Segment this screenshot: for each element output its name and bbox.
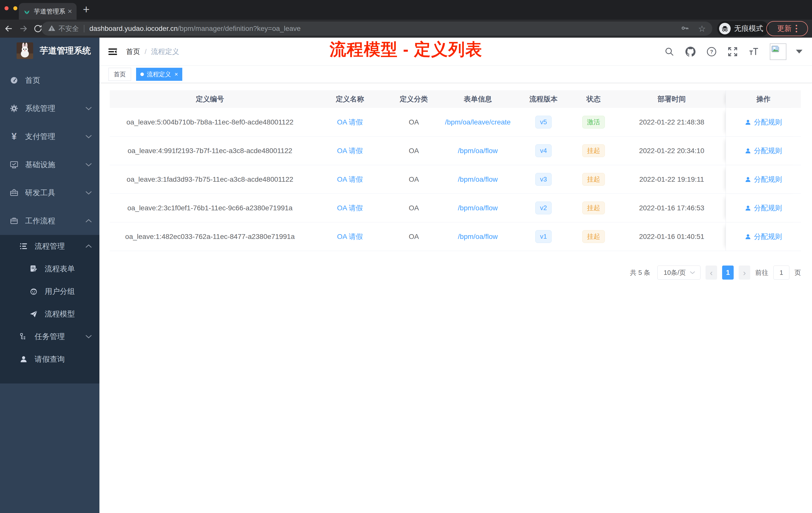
form-info-link[interactable]: /bpm/oa/flow (458, 175, 498, 183)
sidebar-item-label: 基础设施 (25, 160, 55, 170)
new-tab-button[interactable]: + (83, 3, 90, 15)
search-icon[interactable] (664, 47, 674, 57)
sidebar-item-devtools[interactable]: 研发工具 (0, 179, 99, 207)
sidebar-item-label: 用户分组 (45, 286, 75, 297)
column-header: 定义名称 (310, 94, 390, 104)
svg-text:?: ? (710, 49, 713, 55)
chevron-down-icon (85, 135, 92, 138)
goto-page-input[interactable] (773, 266, 789, 280)
column-header: 操作 (726, 90, 801, 108)
fullscreen-icon[interactable] (728, 47, 738, 57)
sidebar-item-label: 流程表单 (45, 264, 75, 274)
breadcrumb-separator: / (145, 48, 147, 56)
definition-name-link[interactable]: OA 请假 (337, 175, 363, 184)
assign-rule-button[interactable]: 分配规则 (745, 232, 782, 241)
address-bar[interactable]: 不安全 dashboard.yudao.iocoder.cn/bpm/manag… (41, 22, 712, 36)
monitor-icon (9, 160, 19, 169)
update-button[interactable]: 更新 (766, 21, 808, 36)
assign-rule-button[interactable]: 分配规则 (745, 203, 782, 213)
assign-rule-button[interactable]: 分配规则 (745, 175, 782, 184)
breadcrumb-current: 流程定义 (151, 47, 179, 57)
sidebar-item-process-management[interactable]: 流程管理 (0, 235, 99, 258)
definition-name-link[interactable]: OA 请假 (337, 117, 363, 127)
page-number-1[interactable]: 1 (722, 266, 734, 280)
sidebar-item-user-group[interactable]: 用户分组 (0, 280, 99, 303)
app-logo[interactable]: 芋道管理系统 (0, 38, 99, 64)
incognito-icon (719, 23, 731, 34)
page-unit-label: 页 (794, 268, 801, 277)
header-actions: ? (664, 43, 803, 60)
github-icon[interactable] (686, 47, 696, 57)
password-key-icon[interactable] (681, 24, 689, 33)
status-badge: 挂起 (582, 144, 605, 157)
assign-rule-button[interactable]: 分配规则 (745, 117, 782, 127)
back-button[interactable] (4, 24, 13, 33)
security-warning-icon[interactable] (48, 24, 56, 33)
close-window-button[interactable] (4, 6, 8, 10)
text-size-icon[interactable] (749, 47, 759, 57)
definition-name-link[interactable]: OA 请假 (337, 146, 363, 156)
sidebar-item-label: 任务管理 (35, 332, 65, 342)
tab-close-icon[interactable]: × (67, 7, 72, 15)
divider (84, 25, 84, 32)
sidebar-item-label: 流程模型 (45, 309, 75, 319)
table-row: oa_leave:2:3c1f0ef1-76b1-11ec-9c66-a2380… (110, 194, 801, 222)
sidebar-item-leave-query[interactable]: 请假查询 (0, 348, 99, 370)
column-header: 流程版本 (518, 94, 569, 104)
browser-tab[interactable]: 芋道管理系统 × (19, 3, 77, 20)
version-badge: v5 (535, 116, 552, 128)
prev-page-button[interactable]: ‹ (705, 266, 717, 280)
sidebar-item-process-form[interactable]: 流程表单 (0, 258, 99, 280)
chevron-down-icon (690, 271, 695, 274)
gear-icon (9, 104, 19, 113)
column-header: 表单信息 (438, 94, 518, 104)
help-icon[interactable]: ? (706, 47, 717, 57)
avatar-caret-icon[interactable] (796, 50, 803, 54)
sidebar-menu: 首页 系统管理 ¥ 支付管理 (0, 64, 99, 384)
sidebar-item-system[interactable]: 系统管理 (0, 94, 99, 122)
bookmark-star-icon[interactable]: ☆ (698, 24, 706, 33)
browser-menu-dots-icon[interactable] (796, 24, 797, 33)
form-info-link[interactable]: /bpm/oa/flow (458, 204, 498, 212)
goto-label: 前往 (755, 268, 768, 277)
form-info-link[interactable]: /bpm/oa/flow (458, 233, 498, 241)
list-icon (19, 242, 28, 251)
avatar[interactable] (770, 43, 786, 60)
sidebar-item-process-model[interactable]: 流程模型 (0, 303, 99, 325)
definition-name-link[interactable]: OA 请假 (337, 232, 363, 241)
dashboard-icon (9, 76, 19, 85)
main-area: 首页 / 流程定义 ? (99, 38, 812, 513)
chevron-down-icon (85, 191, 92, 194)
assign-rule-button[interactable]: 分配规则 (745, 146, 782, 156)
sidebar-item-workflow[interactable]: 工作流程 (0, 207, 99, 235)
chevron-down-icon (85, 163, 92, 167)
sidebar-item-infra[interactable]: 基础设施 (0, 151, 99, 179)
page-size-select[interactable]: 10条/页 (657, 266, 700, 280)
sidebar-item-task-management[interactable]: 任务管理 (0, 325, 99, 348)
sidebar-fold-icon[interactable] (108, 48, 117, 56)
assign-rule-label: 分配规则 (754, 203, 782, 213)
version-badge: v1 (535, 230, 552, 243)
version-badge: v3 (535, 173, 552, 186)
toolbox-icon (9, 188, 19, 197)
tag-label: 首页 (114, 70, 126, 78)
sidebar-item-payment[interactable]: ¥ 支付管理 (0, 122, 99, 151)
next-page-button[interactable]: › (739, 266, 750, 280)
breadcrumb-home[interactable]: 首页 (126, 47, 140, 57)
definition-name-link[interactable]: OA 请假 (337, 203, 363, 213)
tag-home[interactable]: 首页 (109, 68, 131, 81)
version-badge: v4 (535, 144, 552, 157)
minimize-window-button[interactable] (13, 6, 17, 10)
sidebar-item-home[interactable]: 首页 (0, 66, 99, 94)
form-info-link[interactable]: /bpm/oa/leave/create (445, 118, 511, 126)
sidebar: 芋道管理系统 首页 系统管理 (0, 38, 99, 513)
tag-close-icon[interactable]: × (174, 71, 178, 77)
tag-process-definition[interactable]: 流程定义 × (136, 68, 182, 81)
form-info-link[interactable]: /bpm/oa/flow (458, 147, 498, 155)
cell-definition-id: oa_leave:4:991f2193-7b7f-11ec-a3c8-acde4… (110, 147, 310, 155)
tab-favicon-sprout-icon (23, 8, 30, 15)
tab-strip: 芋道管理系统 × + (0, 0, 812, 20)
sidebar-item-label: 流程管理 (35, 241, 65, 251)
forward-button[interactable] (19, 24, 28, 33)
browser-chrome: 芋道管理系统 × + 不安全 d (0, 0, 812, 38)
